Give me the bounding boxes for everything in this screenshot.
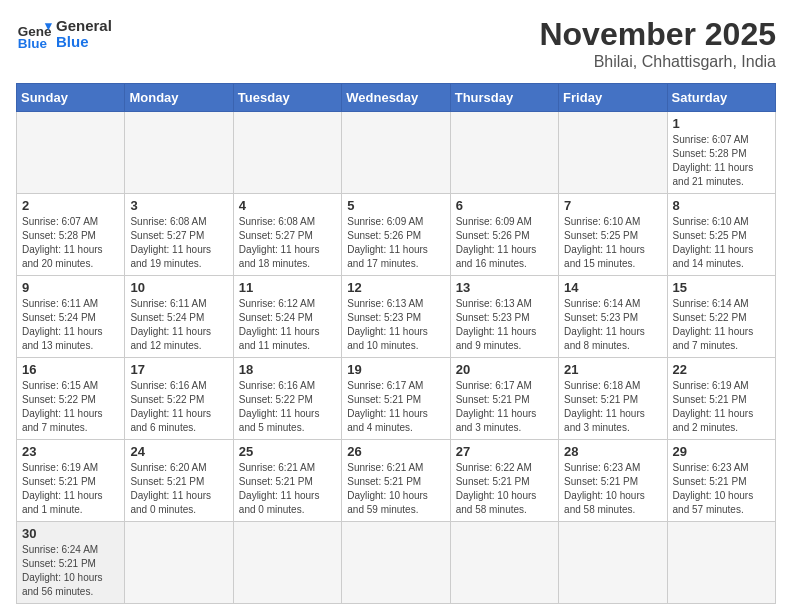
calendar-row: 9Sunrise: 6:11 AM Sunset: 5:24 PM Daylig… [17,276,776,358]
day-info: Sunrise: 6:12 AM Sunset: 5:24 PM Dayligh… [239,297,336,353]
day-info: Sunrise: 6:10 AM Sunset: 5:25 PM Dayligh… [564,215,661,271]
day-info: Sunrise: 6:13 AM Sunset: 5:23 PM Dayligh… [456,297,553,353]
day-number: 17 [130,362,227,377]
calendar-cell: 26Sunrise: 6:21 AM Sunset: 5:21 PM Dayli… [342,440,450,522]
day-info: Sunrise: 6:24 AM Sunset: 5:21 PM Dayligh… [22,543,119,599]
calendar-cell [342,522,450,604]
day-number: 25 [239,444,336,459]
calendar-cell: 23Sunrise: 6:19 AM Sunset: 5:21 PM Dayli… [17,440,125,522]
calendar-cell [17,112,125,194]
logo-general: General [56,18,112,35]
day-info: Sunrise: 6:20 AM Sunset: 5:21 PM Dayligh… [130,461,227,517]
calendar-cell [233,112,341,194]
day-number: 11 [239,280,336,295]
calendar-row: 30Sunrise: 6:24 AM Sunset: 5:21 PM Dayli… [17,522,776,604]
day-number: 23 [22,444,119,459]
weekday-header: Sunday [17,84,125,112]
calendar-cell: 12Sunrise: 6:13 AM Sunset: 5:23 PM Dayli… [342,276,450,358]
day-number: 16 [22,362,119,377]
weekday-header: Monday [125,84,233,112]
day-info: Sunrise: 6:23 AM Sunset: 5:21 PM Dayligh… [673,461,770,517]
calendar-cell [233,522,341,604]
day-number: 13 [456,280,553,295]
day-number: 20 [456,362,553,377]
calendar-cell [125,522,233,604]
calendar-cell [450,112,558,194]
weekday-header: Wednesday [342,84,450,112]
day-info: Sunrise: 6:11 AM Sunset: 5:24 PM Dayligh… [22,297,119,353]
day-info: Sunrise: 6:17 AM Sunset: 5:21 PM Dayligh… [456,379,553,435]
calendar-table: SundayMondayTuesdayWednesdayThursdayFrid… [16,83,776,604]
day-info: Sunrise: 6:08 AM Sunset: 5:27 PM Dayligh… [239,215,336,271]
weekday-header: Friday [559,84,667,112]
day-number: 9 [22,280,119,295]
calendar-row: 23Sunrise: 6:19 AM Sunset: 5:21 PM Dayli… [17,440,776,522]
calendar-cell: 6Sunrise: 6:09 AM Sunset: 5:26 PM Daylig… [450,194,558,276]
day-info: Sunrise: 6:08 AM Sunset: 5:27 PM Dayligh… [130,215,227,271]
calendar-cell [559,522,667,604]
calendar-cell [450,522,558,604]
day-info: Sunrise: 6:23 AM Sunset: 5:21 PM Dayligh… [564,461,661,517]
calendar-cell: 27Sunrise: 6:22 AM Sunset: 5:21 PM Dayli… [450,440,558,522]
day-number: 28 [564,444,661,459]
day-number: 30 [22,526,119,541]
calendar-cell: 24Sunrise: 6:20 AM Sunset: 5:21 PM Dayli… [125,440,233,522]
day-info: Sunrise: 6:14 AM Sunset: 5:23 PM Dayligh… [564,297,661,353]
day-info: Sunrise: 6:11 AM Sunset: 5:24 PM Dayligh… [130,297,227,353]
logo-blue: Blue [56,34,112,51]
day-number: 1 [673,116,770,131]
calendar-cell: 7Sunrise: 6:10 AM Sunset: 5:25 PM Daylig… [559,194,667,276]
day-number: 4 [239,198,336,213]
calendar-row: 1Sunrise: 6:07 AM Sunset: 5:28 PM Daylig… [17,112,776,194]
day-info: Sunrise: 6:07 AM Sunset: 5:28 PM Dayligh… [22,215,119,271]
page-header: General Blue General Blue November 2025 … [16,16,776,71]
calendar-cell: 1Sunrise: 6:07 AM Sunset: 5:28 PM Daylig… [667,112,775,194]
day-number: 21 [564,362,661,377]
calendar-cell: 18Sunrise: 6:16 AM Sunset: 5:22 PM Dayli… [233,358,341,440]
day-info: Sunrise: 6:14 AM Sunset: 5:22 PM Dayligh… [673,297,770,353]
calendar-cell: 11Sunrise: 6:12 AM Sunset: 5:24 PM Dayli… [233,276,341,358]
calendar-cell: 3Sunrise: 6:08 AM Sunset: 5:27 PM Daylig… [125,194,233,276]
calendar-cell: 5Sunrise: 6:09 AM Sunset: 5:26 PM Daylig… [342,194,450,276]
day-number: 2 [22,198,119,213]
day-info: Sunrise: 6:19 AM Sunset: 5:21 PM Dayligh… [673,379,770,435]
day-number: 3 [130,198,227,213]
calendar-cell: 21Sunrise: 6:18 AM Sunset: 5:21 PM Dayli… [559,358,667,440]
calendar-cell [125,112,233,194]
calendar-cell: 9Sunrise: 6:11 AM Sunset: 5:24 PM Daylig… [17,276,125,358]
day-number: 27 [456,444,553,459]
day-number: 12 [347,280,444,295]
weekday-header: Saturday [667,84,775,112]
calendar-cell: 14Sunrise: 6:14 AM Sunset: 5:23 PM Dayli… [559,276,667,358]
day-info: Sunrise: 6:13 AM Sunset: 5:23 PM Dayligh… [347,297,444,353]
day-number: 19 [347,362,444,377]
calendar-cell: 30Sunrise: 6:24 AM Sunset: 5:21 PM Dayli… [17,522,125,604]
day-info: Sunrise: 6:22 AM Sunset: 5:21 PM Dayligh… [456,461,553,517]
weekday-header: Thursday [450,84,558,112]
calendar-cell: 8Sunrise: 6:10 AM Sunset: 5:25 PM Daylig… [667,194,775,276]
month-title: November 2025 [539,16,776,53]
weekday-header: Tuesday [233,84,341,112]
day-number: 26 [347,444,444,459]
day-info: Sunrise: 6:10 AM Sunset: 5:25 PM Dayligh… [673,215,770,271]
calendar-cell: 20Sunrise: 6:17 AM Sunset: 5:21 PM Dayli… [450,358,558,440]
day-number: 29 [673,444,770,459]
day-info: Sunrise: 6:21 AM Sunset: 5:21 PM Dayligh… [347,461,444,517]
calendar-cell: 17Sunrise: 6:16 AM Sunset: 5:22 PM Dayli… [125,358,233,440]
location-title: Bhilai, Chhattisgarh, India [539,53,776,71]
day-number: 8 [673,198,770,213]
day-number: 18 [239,362,336,377]
calendar-cell: 19Sunrise: 6:17 AM Sunset: 5:21 PM Dayli… [342,358,450,440]
calendar-row: 16Sunrise: 6:15 AM Sunset: 5:22 PM Dayli… [17,358,776,440]
svg-text:Blue: Blue [18,36,48,51]
day-number: 24 [130,444,227,459]
day-number: 5 [347,198,444,213]
day-info: Sunrise: 6:09 AM Sunset: 5:26 PM Dayligh… [456,215,553,271]
calendar-cell: 10Sunrise: 6:11 AM Sunset: 5:24 PM Dayli… [125,276,233,358]
logo: General Blue General Blue [16,16,112,52]
day-number: 10 [130,280,227,295]
calendar-cell: 29Sunrise: 6:23 AM Sunset: 5:21 PM Dayli… [667,440,775,522]
day-number: 22 [673,362,770,377]
calendar-cell: 15Sunrise: 6:14 AM Sunset: 5:22 PM Dayli… [667,276,775,358]
day-info: Sunrise: 6:16 AM Sunset: 5:22 PM Dayligh… [130,379,227,435]
